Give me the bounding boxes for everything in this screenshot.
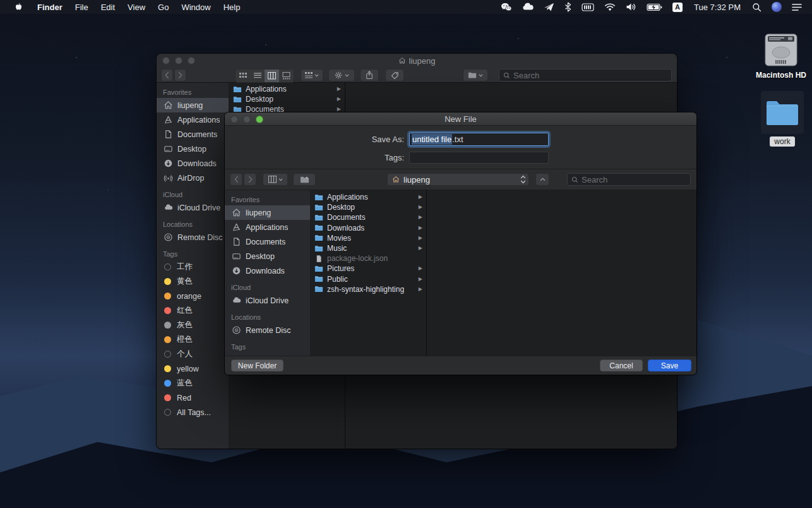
file-row-applications[interactable]: Applications▶ — [311, 192, 426, 202]
sidebar-item-documents[interactable]: Documents — [157, 127, 229, 142]
list-view-button[interactable] — [250, 70, 265, 82]
folder-dropdown-button[interactable] — [463, 69, 488, 82]
sidebar-item-yellow[interactable]: yellow — [157, 361, 229, 376]
new-folder-icon-button[interactable] — [293, 173, 316, 186]
wifi-icon[interactable] — [599, 3, 621, 11]
file-row-movies[interactable]: Movies▶ — [311, 233, 426, 243]
paper-plane-icon[interactable] — [539, 3, 559, 12]
save-as-input[interactable]: untitled file.txt — [409, 133, 549, 146]
share-button[interactable] — [360, 69, 379, 82]
sidebar-item-label: 灰色 — [177, 320, 193, 330]
sidebar-item-desktop[interactable]: Desktop — [157, 142, 229, 156]
sidebar-item-label: orange — [177, 292, 201, 301]
battery-charging-icon[interactable] — [642, 3, 667, 11]
desktop-icon-work[interactable]: work — [754, 91, 811, 147]
notification-center-icon[interactable] — [787, 3, 807, 11]
menu-edit[interactable]: Edit — [95, 3, 121, 12]
sidebar-item-desktop[interactable]: Desktop — [225, 249, 310, 263]
file-row-desktop[interactable]: Desktop▶ — [311, 202, 426, 212]
group-by-button[interactable] — [301, 69, 323, 82]
sidebar-item-liupeng[interactable]: liupeng — [157, 98, 229, 112]
file-name: Desktop — [327, 203, 415, 212]
sidebar-item-tag[interactable]: 红色 — [157, 303, 229, 318]
gallery-view-button[interactable] — [279, 70, 294, 82]
new-folder-button[interactable]: New Folder — [231, 360, 284, 372]
sidebar-item-tag[interactable]: 橙色 — [157, 332, 229, 347]
sidebar-item-airdrop[interactable]: AirDrop — [157, 171, 229, 185]
battery-meter-icon[interactable] — [576, 3, 599, 11]
wechat-icon[interactable] — [496, 2, 517, 12]
tags-input[interactable] — [409, 152, 549, 164]
file-row-zsh-syntax-highlighting[interactable]: zsh-syntax-highlighting▶ — [311, 284, 426, 294]
file-name: Pictures — [327, 264, 415, 273]
file-row-downloads[interactable]: Downloads▶ — [311, 223, 426, 233]
sidebar-item-tag[interactable]: 灰色 — [157, 318, 229, 332]
back-button[interactable] — [161, 69, 173, 82]
action-gear-button[interactable] — [328, 69, 355, 82]
sidebar-item-remote-disc[interactable]: Remote Disc — [225, 323, 310, 337]
folder-icon — [314, 265, 323, 273]
sidebar-item-red[interactable]: Red — [157, 390, 229, 405]
sidebar-item-icloud-drive[interactable]: iCloud Drive — [157, 200, 229, 215]
back-button[interactable] — [230, 173, 242, 186]
file-row-public[interactable]: Public▶ — [311, 274, 426, 284]
sidebar-item-all-tags[interactable]: All Tags... — [157, 405, 229, 420]
search-input[interactable] — [513, 71, 667, 80]
sidebar-item-downloads[interactable]: Downloads — [225, 263, 310, 278]
menu-app-finder[interactable]: Finder — [31, 3, 69, 12]
sidebar-item-tag[interactable]: 个人 — [157, 347, 229, 361]
sidebar-item-remote-disc[interactable]: Remote Disc — [157, 230, 229, 245]
sidebar-item-label: Desktop — [177, 145, 206, 154]
sidebar-item-orange[interactable]: orange — [157, 289, 229, 303]
bluetooth-icon[interactable] — [559, 2, 576, 12]
folder-icon — [314, 193, 323, 202]
sidebar-item-documents[interactable]: Documents — [225, 234, 310, 249]
save-button[interactable]: Save — [648, 360, 691, 372]
sidebar-item-liupeng[interactable]: liupeng — [225, 205, 310, 220]
input-source-icon[interactable]: A — [672, 3, 683, 12]
menu-window[interactable]: Window — [175, 3, 217, 12]
file-row-desktop[interactable]: Desktop▶ — [229, 94, 345, 104]
desktop-icon-macintosh-hd[interactable]: Macintosh HD — [753, 32, 809, 80]
finder-titlebar[interactable]: liupeng — [157, 54, 677, 83]
menu-help[interactable]: Help — [217, 3, 247, 12]
file-row-pictures[interactable]: Pictures▶ — [311, 263, 426, 274]
forward-button[interactable] — [174, 69, 186, 82]
file-icon — [314, 255, 323, 263]
finder-search-field[interactable] — [499, 69, 672, 82]
location-popup[interactable]: liupeng — [387, 173, 529, 186]
menu-file[interactable]: File — [69, 3, 95, 12]
sidebar-item-applications[interactable]: Applications — [225, 220, 310, 234]
cloud-icon[interactable] — [517, 3, 539, 11]
sidebar-item-icloud-drive[interactable]: iCloud Drive — [225, 293, 310, 308]
cancel-button[interactable]: Cancel — [600, 360, 643, 372]
downloads-icon — [163, 159, 173, 169]
file-row-applications[interactable]: Applications▶ — [229, 84, 345, 94]
file-row-documents[interactable]: Documents▶ — [311, 212, 426, 222]
sidebar-item-applications[interactable]: Applications — [157, 112, 229, 127]
volume-icon[interactable] — [621, 3, 642, 11]
tag-button[interactable] — [385, 69, 404, 82]
search-icon[interactable] — [747, 3, 767, 12]
column-view-button[interactable] — [263, 173, 288, 186]
sidebar-item-label: liupeng — [246, 209, 271, 217]
sidebar-item-label: iCloud Drive — [177, 203, 220, 212]
file-row-music[interactable]: Music▶ — [311, 243, 426, 253]
search-input[interactable] — [582, 175, 686, 184]
sidebar-item-downloads[interactable]: Downloads — [157, 156, 229, 171]
siri-icon[interactable] — [767, 2, 787, 12]
column-view-button[interactable] — [265, 70, 279, 82]
sidebar-item-tag[interactable]: 黄色 — [157, 274, 229, 289]
apple-menu-icon[interactable] — [6, 2, 31, 12]
sidebar-item-tag[interactable]: 工作 — [157, 260, 229, 274]
dialog-titlebar[interactable]: New File — [225, 112, 696, 126]
sidebar-item-tag[interactable]: 蓝色 — [157, 376, 229, 390]
menu-bar-clock[interactable]: Tue 7:32 PM — [688, 3, 747, 12]
menu-go[interactable]: Go — [152, 3, 175, 12]
sidebar-item-label: Applications — [246, 223, 288, 232]
collapse-button[interactable] — [535, 173, 549, 186]
menu-view[interactable]: View — [121, 3, 152, 12]
dialog-search-field[interactable] — [567, 173, 691, 186]
forward-button[interactable] — [244, 173, 256, 186]
icon-view-button[interactable] — [236, 70, 250, 82]
